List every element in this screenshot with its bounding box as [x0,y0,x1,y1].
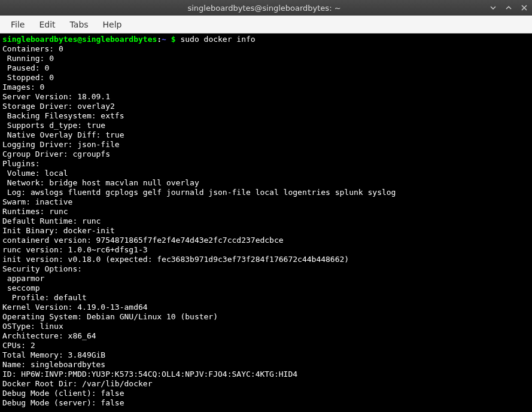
output-line: Volume: local [2,169,530,178]
output-line: Debug Mode (server): false [2,398,530,408]
output-line: Architecture: x86_64 [2,331,530,341]
window-controls [489,4,528,12]
titlebar: singleboardbytes@singleboardbytes: ~ [0,0,532,16]
menu-edit[interactable]: Edit [32,17,62,32]
output-line: Paused: 0 [2,63,530,73]
output-line: apparmor [2,274,530,283]
prompt-userhost: singleboardbytes@singleboardbytes [2,35,157,44]
prompt-dollar: $ [166,35,180,44]
output-line: Runtimes: runc [2,207,530,216]
output-line: Debug Mode (client): false [2,389,530,398]
output-line: ID: HP6W:INVP:PMDD:YU3P:K573:54CQ:OLL4:N… [2,370,530,379]
terminal[interactable]: singleboardbytes@singleboardbytes:~ $ su… [0,33,532,412]
output-line: Profile: default [2,293,530,303]
menu-tabs[interactable]: Tabs [63,17,96,32]
menu-file[interactable]: File [4,17,32,32]
command-text: sudo docker info [180,35,255,44]
minimize-button[interactable] [489,4,497,12]
prompt-separator: : [157,35,162,44]
output-line: Storage Driver: overlay2 [2,102,530,111]
output-line: Images: 0 [2,83,530,92]
output-line: Operating System: Debian GNU/Linux 10 (b… [2,312,530,322]
output-line: Supports d_type: true [2,121,530,130]
close-button[interactable] [520,4,528,12]
output-line: CPUs: 2 [2,341,530,350]
output-line: Logging Driver: json-file [2,140,530,149]
output-line: Containers: 0 [2,44,530,54]
output-line: Security Options: [2,264,530,274]
output-line: Native Overlay Diff: true [2,130,530,140]
output-line: Plugins: [2,159,530,169]
menu-help[interactable]: Help [96,17,129,32]
output-line: init version: v0.18.0 (expected: fec3683… [2,255,530,264]
output-line: Swarm: inactive [2,197,530,207]
output-line: Name: singleboardbytes [2,360,530,370]
output-line: Docker Root Dir: /var/lib/docker [2,379,530,389]
prompt-path: ~ [162,35,166,44]
window-title: singleboardbytes@singleboardbytes: ~ [39,4,489,13]
output-line: containerd version: 9754871865f7fe2f4e74… [2,236,530,245]
output-line: Backing Filesystem: extfs [2,111,530,121]
output-line: Cgroup Driver: cgroupfs [2,149,530,159]
output-line: Running: 0 [2,54,530,63]
output-line: Total Memory: 3.849GiB [2,350,530,360]
output-line: seccomp [2,283,530,293]
output-line: Kernel Version: 4.19.0-13-amd64 [2,303,530,312]
menubar: File Edit Tabs Help [0,16,532,33]
terminal-output: Containers: 0 Running: 0 Paused: 0 Stopp… [2,44,530,408]
output-line: runc version: 1.0.0~rc6+dfsg1-3 [2,245,530,255]
output-line: OSType: linux [2,322,530,331]
maximize-button[interactable] [504,4,513,12]
output-line: Default Runtime: runc [2,216,530,226]
output-line: Init Binary: docker-init [2,226,530,236]
output-line: Log: awslogs fluentd gcplogs gelf journa… [2,188,530,197]
output-line: Stopped: 0 [2,73,530,83]
output-line: Server Version: 18.09.1 [2,92,530,102]
output-line: Network: bridge host macvlan null overla… [2,178,530,188]
